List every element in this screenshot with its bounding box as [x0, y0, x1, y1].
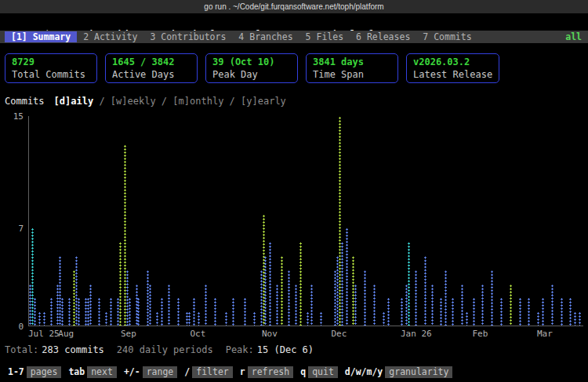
- help-key-r: r: [240, 366, 245, 377]
- help-desc-range: range: [143, 366, 178, 378]
- tab-6-releases[interactable]: 6 Releases: [350, 31, 416, 42]
- commit-bar-day-135: [341, 242, 343, 326]
- commit-bar-day-64: [177, 297, 180, 326]
- help-desc-filter: filter: [192, 366, 233, 378]
- commit-bar-day-102: [264, 256, 267, 326]
- commit-bar-day-167: [415, 270, 417, 326]
- stat-card-time-span: 3841 daysTime Span: [306, 53, 398, 83]
- commit-bar-day-117: [299, 242, 302, 326]
- help-desc-granularity: granularity: [385, 366, 452, 378]
- stat-label: Active Days: [112, 68, 191, 81]
- help-range: +/-range: [124, 366, 177, 378]
- chart-header: Commits[d]aily / [w]eekly / [m]onthly / …: [5, 96, 583, 108]
- summary-periods: 240 daily periods: [117, 344, 213, 355]
- granularity-d-aily[interactable]: [d]aily: [54, 96, 94, 107]
- help-key-q: q: [300, 366, 306, 377]
- commit-bar-day-14: [61, 297, 64, 326]
- commit-bar-day-216: [528, 297, 530, 326]
- commit-bar-day-164: [408, 242, 410, 326]
- stat-value: 8729: [12, 56, 90, 68]
- tab-7-commits[interactable]: 7 Commits: [416, 31, 477, 42]
- commit-bar-day-220: [537, 311, 539, 326]
- chart-title: Commits: [5, 96, 45, 107]
- commit-bar-day-104: [269, 242, 271, 326]
- tab-list: [1] Summary2 Activity3 Contributors4 Bra…: [5, 31, 478, 43]
- tab-1-summary[interactable]: [1] Summary: [5, 31, 77, 42]
- commit-bar-day-137: [346, 227, 348, 326]
- tab-2-activity[interactable]: 2 Activity: [77, 31, 143, 42]
- x-tick-feb: Feb: [472, 329, 488, 339]
- commit-bar-day-76: [205, 284, 207, 326]
- commit-bar-day-88: [232, 297, 234, 326]
- commit-bar-day-226: [551, 284, 554, 326]
- help-next: tabnext: [68, 366, 116, 378]
- option-separator: /: [223, 96, 241, 107]
- summary-total-value: 283 commits: [42, 344, 103, 355]
- repo-header: gittop: /home/hjr265/Code/git.furqansoft…: [5, 16, 583, 28]
- commit-bar-day-212: [519, 297, 521, 326]
- granularity-options: [d]aily / [w]eekly / [m]onthly / [y]earl…: [54, 96, 286, 107]
- y-tick-0: 0: [18, 322, 24, 332]
- x-tick-dec: Dec: [331, 329, 347, 339]
- help-desc-refresh: refresh: [248, 366, 293, 378]
- commit-bar-day-120: [307, 311, 309, 326]
- x-tick-mar: Mar: [537, 329, 553, 339]
- tab-3-contributors[interactable]: 3 Contributors: [143, 31, 232, 42]
- summary-peak-label: Peak:: [226, 344, 254, 355]
- commit-bar-day-17: [68, 297, 71, 326]
- stat-label: Time Span: [313, 68, 391, 81]
- granularity-m-onthly[interactable]: [m]onthly: [172, 96, 223, 107]
- commit-bar-day-35: [110, 297, 112, 326]
- stat-value: 3841 days: [313, 56, 391, 68]
- commit-bar-day-112: [288, 270, 290, 326]
- range-badge: all: [565, 31, 583, 42]
- commit-bar-day-97: [253, 311, 256, 326]
- x-tick-nov: Nov: [262, 329, 278, 339]
- terminal-window: go run . ~/Code/git.furqansoftware.net/t…: [0, 0, 588, 382]
- commit-bar-day-122: [310, 284, 313, 326]
- help-key-1-7: 1-7: [8, 366, 24, 377]
- x-tick-aug: Aug: [58, 329, 74, 339]
- window-titlebar: go run . ~/Code/git.furqansoftware.net/t…: [0, 0, 588, 13]
- commit-bar-day-2: [34, 297, 36, 326]
- option-separator: /: [156, 96, 173, 107]
- commit-bar-day-55: [156, 311, 158, 326]
- commit-bar-day-93: [244, 297, 246, 326]
- commit-bar-day-208: [510, 284, 512, 326]
- option-separator: /: [93, 96, 111, 107]
- commit-bar-day-47: [137, 297, 140, 326]
- commit-bar-day-178: [440, 297, 442, 326]
- commit-bar-day-21: [78, 297, 80, 326]
- commit-bar-day-126: [320, 311, 322, 326]
- granularity-w-eekly[interactable]: [w]eekly: [111, 96, 156, 107]
- chart-summary: Total:283 commits240 daily periodsPeak:1…: [5, 344, 583, 357]
- commit-bar-day-4: [38, 311, 41, 326]
- commit-bar-day-73: [198, 311, 200, 326]
- help-key-: +/-: [124, 366, 140, 377]
- help-bar: 1-7pagestabnext+/-range/filterrrefreshqq…: [0, 364, 588, 382]
- granularity-y-early[interactable]: [y]early: [241, 96, 286, 107]
- tab-5-files[interactable]: 5 Files: [299, 31, 350, 42]
- stat-value: 1645 / 3842: [112, 56, 191, 68]
- commit-bar-day-187: [461, 284, 463, 326]
- help-granularity: d/w/m/ygranularity: [345, 366, 453, 378]
- help-refresh: rrefresh: [240, 366, 293, 378]
- commit-bar-day-109: [281, 256, 283, 326]
- y-tick-15: 15: [13, 111, 24, 122]
- terminal-content: gittop: /home/hjr265/Code/git.furqansoft…: [0, 13, 588, 364]
- stat-card-peak-day: 39 (Oct 10)Peak Day: [205, 53, 298, 83]
- help-desc-next: next: [87, 366, 117, 378]
- commit-bar-day-60: [168, 284, 170, 326]
- commit-bar-day-222: [542, 297, 544, 326]
- commit-bar-day-57: [161, 297, 163, 326]
- commit-bar-day-189: [466, 311, 468, 326]
- commit-bar-day-238: [579, 311, 581, 326]
- stat-label: Latest Release: [413, 68, 492, 81]
- commit-bar-day-236: [574, 311, 576, 326]
- x-axis-labels: Jul 25AugSepOctNovDecJan 26FebMar: [28, 326, 583, 339]
- window-title: go run . ~/Code/git.furqansoftware.net/t…: [204, 2, 383, 11]
- commit-bar-day-155: [387, 297, 390, 326]
- commit-bar-day-39: [119, 242, 122, 326]
- tab-4-branches[interactable]: 4 Branches: [232, 31, 299, 42]
- commit-bar-day-52: [149, 284, 151, 326]
